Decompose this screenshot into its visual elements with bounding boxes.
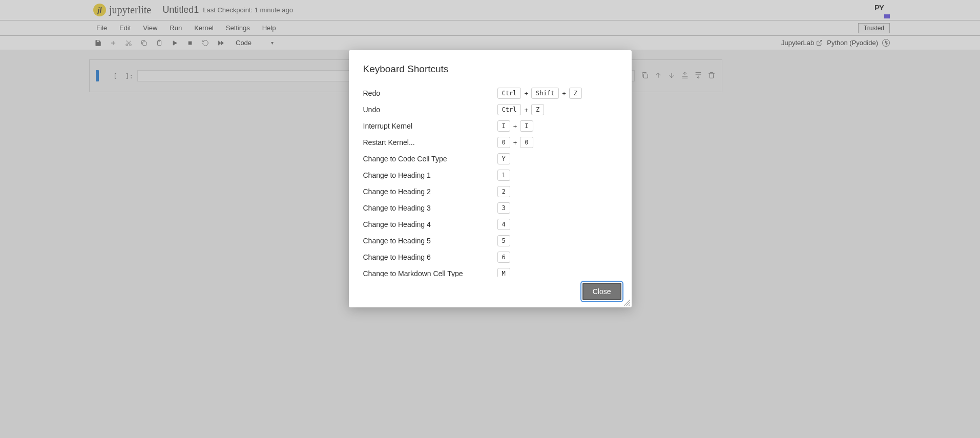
plus-separator: +	[524, 90, 529, 97]
shortcut-row: Change to Heading 11	[363, 167, 621, 183]
shortcut-keys: Ctrl+Shift+Z	[497, 88, 582, 99]
shortcut-label: Restart Kernel...	[363, 138, 497, 147]
shortcut-label: Change to Code Cell Type	[363, 155, 497, 163]
shortcut-keys: Y	[497, 153, 510, 164]
shortcut-keys: I+I	[497, 120, 533, 132]
key: Shift	[531, 88, 559, 99]
shortcut-keys: 5	[497, 235, 510, 246]
key: I	[520, 120, 533, 132]
shortcut-label: Change to Heading 2	[363, 187, 497, 196]
key: Ctrl	[497, 88, 522, 99]
shortcut-row: Change to Heading 44	[363, 216, 621, 233]
key: Z	[569, 88, 582, 99]
shortcut-row: Change to Code Cell TypeY	[363, 151, 621, 167]
key: Y	[497, 153, 510, 164]
shortcut-row: Change to Heading 55	[363, 233, 621, 249]
shortcut-keys: 0+0	[497, 137, 533, 148]
shortcut-row: Change to Markdown Cell TypeM	[363, 265, 621, 277]
shortcut-label: Change to Heading 3	[363, 204, 497, 212]
shortcut-keys: Ctrl+Z	[497, 104, 545, 115]
shortcut-label: Change to Heading 5	[363, 237, 497, 245]
shortcut-row: RedoCtrl+Shift+Z	[363, 85, 621, 101]
resize-handle-icon[interactable]	[623, 299, 631, 306]
shortcut-row: Change to Heading 66	[363, 249, 621, 265]
shortcut-label: Change to Heading 6	[363, 253, 497, 261]
shortcut-keys: M	[497, 268, 510, 277]
shortcut-keys: 3	[497, 202, 510, 214]
shortcut-list[interactable]: RedoCtrl+Shift+ZUndoCtrl+ZInterrupt Kern…	[363, 85, 632, 277]
key: 2	[497, 186, 510, 197]
key: M	[497, 268, 510, 277]
plus-separator: +	[513, 122, 518, 130]
shortcut-row: Change to Heading 33	[363, 200, 621, 216]
key: 5	[497, 235, 510, 246]
shortcut-label: Redo	[363, 89, 497, 97]
key: 1	[497, 170, 510, 181]
shortcut-keys: 1	[497, 170, 510, 181]
plus-separator: +	[561, 90, 567, 97]
key: 4	[497, 219, 510, 230]
shortcut-keys: 4	[497, 219, 510, 230]
shortcut-label: Undo	[363, 106, 497, 114]
shortcut-label: Change to Heading 4	[363, 220, 497, 228]
key: 3	[497, 202, 510, 214]
shortcut-row: UndoCtrl+Z	[363, 101, 621, 118]
shortcut-label: Interrupt Kernel	[363, 122, 497, 130]
shortcut-row: Restart Kernel...0+0	[363, 134, 621, 151]
plus-separator: +	[524, 106, 529, 114]
shortcut-label: Change to Heading 1	[363, 171, 497, 179]
key: 6	[497, 252, 510, 263]
modal-overlay[interactable]: Keyboard Shortcuts RedoCtrl+Shift+ZUndoC…	[0, 0, 980, 438]
key: Z	[531, 104, 544, 115]
plus-separator: +	[513, 139, 518, 147]
key: 0	[497, 137, 510, 148]
dialog-title: Keyboard Shortcuts	[363, 64, 632, 75]
shortcut-row: Interrupt KernelI+I	[363, 118, 621, 134]
keyboard-shortcuts-dialog: Keyboard Shortcuts RedoCtrl+Shift+ZUndoC…	[349, 50, 632, 307]
close-button[interactable]: Close	[582, 283, 621, 300]
shortcut-row: Change to Heading 22	[363, 183, 621, 200]
shortcut-keys: 6	[497, 252, 510, 263]
shortcut-label: Change to Markdown Cell Type	[363, 269, 497, 277]
key: I	[497, 120, 510, 132]
key: Ctrl	[497, 104, 522, 115]
key: 0	[520, 137, 533, 148]
shortcut-keys: 2	[497, 186, 510, 197]
